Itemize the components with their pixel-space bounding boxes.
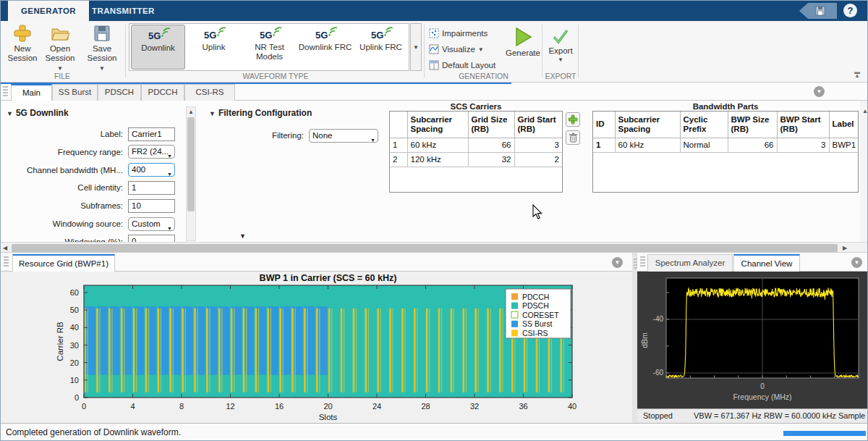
tab-resource-grid[interactable]: Resource Grid (BWP#1) (12, 254, 115, 272)
tab-channel-view[interactable]: Channel View (733, 254, 800, 272)
save-session-button[interactable]: SaveSession ▼ (83, 24, 121, 73)
table-cell[interactable]: 3 (514, 138, 562, 152)
field-dropdown[interactable]: Custom▼ (128, 217, 175, 231)
waveform-uplink-frc[interactable]: 5GUplink FRC (354, 25, 408, 70)
button-label: Session ▼ (41, 54, 79, 73)
visualize-icon (429, 44, 439, 54)
fiveg-icon: 5G (314, 27, 337, 41)
field-row-windowing-: Windowing (%):0 (7, 235, 175, 242)
ribbon-toolstrip: NewSessionOpenSession ▼SaveSession ▼ FIL… (1, 21, 867, 83)
svg-text:20: 20 (70, 358, 79, 367)
panel-divider[interactable] (632, 253, 637, 423)
svg-text:-60: -60 (653, 369, 664, 377)
tab-overflow-icon[interactable]: ▼ (612, 257, 623, 268)
panel-grip[interactable] (3, 86, 8, 98)
panel-grip[interactable] (4, 256, 9, 268)
filtering-label: Filtering: (187, 131, 309, 140)
field-row-windowing-source-: Windowing source:Custom▼ (7, 217, 175, 231)
field-value: Carrier1 (132, 130, 162, 138)
field-value: 1 (132, 183, 136, 192)
field-input[interactable]: 10 (128, 199, 175, 213)
toolstrip-tab-generator[interactable]: GENERATOR (8, 1, 89, 21)
waveform-downlink[interactable]: 5GDownlink (131, 25, 185, 70)
waveform-nr-test-models[interactable]: 5GNR Test Models (242, 25, 297, 70)
downlink-section-header[interactable]: ▼5G Downlink (7, 108, 69, 118)
button-label: Open (41, 44, 79, 54)
table-cell[interactable]: 1 (593, 138, 615, 152)
default-layout-button[interactable]: Default Layout (429, 59, 495, 72)
table-cell[interactable]: 60 kHz (615, 138, 680, 152)
chevron-down-icon: ▼ (167, 222, 172, 231)
open-session-button[interactable]: OpenSession ▼ (41, 24, 79, 73)
table-cell[interactable]: Normal (680, 138, 728, 152)
filtering-dropdown[interactable]: None▼ (309, 129, 378, 143)
scroll-up-icon[interactable]: ▲ (187, 109, 195, 115)
field-row-subframes-: Subframes:10 (7, 198, 175, 213)
spectrum-chart: -40-600Frequency (MHz)dBm (637, 272, 868, 408)
column-header: Grid Start (RB) (514, 112, 562, 138)
add-carrier-button[interactable] (566, 112, 580, 127)
gallery-item-label: Downlink FRC (298, 43, 352, 52)
scroll-down-icon[interactable]: ▼ (239, 232, 246, 240)
field-input[interactable]: 1 (128, 181, 175, 195)
help-icon[interactable]: ? (843, 4, 857, 17)
gallery-dropdown-button[interactable]: ▼ (410, 23, 422, 71)
table-cell[interactable]: 120 kHz (407, 152, 468, 167)
doc-tab-pdcch[interactable]: PDCCH (141, 84, 184, 101)
button-label: Default Layout (442, 61, 495, 70)
form-scrollbar[interactable]: ▲ (186, 106, 196, 241)
doc-tab-csi-rs[interactable]: CSI-RS (184, 84, 235, 101)
svg-text:40: 40 (568, 402, 576, 411)
chevron-down-icon: ▼ (370, 134, 375, 143)
field-dropdown[interactable]: FR2 (24...▼ (128, 145, 175, 159)
export-button[interactable]: Export ▼ (545, 24, 576, 63)
new-session-icon (13, 24, 32, 43)
scroll-right-icon[interactable]: ▶ (843, 245, 847, 251)
table-cell[interactable]: 2 (514, 152, 562, 167)
panel-grip[interactable] (640, 256, 645, 268)
generate-button[interactable]: Generate (504, 24, 542, 58)
content-scrollbar[interactable]: ▲ (860, 101, 867, 242)
tab-overflow-icon[interactable]: ▼ (814, 86, 825, 97)
impairments-button[interactable]: Impairments (429, 27, 488, 40)
column-header: Grid Size (RB) (468, 112, 514, 138)
horizontal-scrollbar[interactable]: ◀ ▶ (1, 242, 867, 253)
tab-overflow-icon[interactable]: ▼ (851, 257, 862, 268)
toolstrip-tab-transmitter[interactable]: TRANSMITTER (79, 1, 168, 21)
waveform-downlink-frc[interactable]: 5GDownlink FRC (298, 25, 352, 70)
doc-tab-ss-burst[interactable]: SS Burst (52, 84, 98, 101)
table-cell[interactable]: 32 (468, 152, 514, 167)
table-cell[interactable]: BWP1 (829, 138, 858, 152)
field-input[interactable]: Carrier1 (128, 127, 175, 141)
quick-save-icon[interactable] (815, 6, 825, 16)
visualize-button[interactable]: Visualize▼ (429, 43, 484, 56)
tab-spectrum-analyzer[interactable]: Spectrum Analyzer (647, 254, 733, 272)
table-cell[interactable]: 3 (777, 138, 829, 152)
svg-text:8: 8 (179, 402, 184, 411)
doc-tab-pdsch[interactable]: PDSCH (98, 84, 141, 101)
resource-grid-panel: Resource Grid (BWP#1) ▼ BWP 1 in Carrier… (1, 253, 632, 423)
scrollbar-thumb[interactable] (12, 244, 838, 252)
scroll-left-icon[interactable]: ◀ (3, 245, 7, 251)
svg-text:0: 0 (82, 402, 86, 411)
new-session-button[interactable]: NewSession (7, 24, 38, 63)
collapse-ribbon-icon[interactable]: ▬▲ (853, 70, 861, 77)
delete-carrier-button[interactable] (566, 130, 580, 145)
filtering-section-header[interactable]: ▼Filtering Configuration (209, 108, 312, 118)
button-label: Visualize (442, 45, 475, 54)
doc-tab-main[interactable]: Main (11, 84, 52, 101)
field-dropdown[interactable]: 400▼ (128, 163, 175, 177)
field-value: 0 (132, 237, 136, 242)
fiveg-icon-holder: 5G (242, 27, 297, 43)
table-cell[interactable]: 66 (728, 138, 777, 152)
field-label: Windowing source: (7, 219, 128, 228)
field-input[interactable]: 0 (128, 235, 175, 242)
waveform-type-gallery: 5GDownlink5GUplink5GNR Test Models5GDown… (129, 23, 409, 71)
fiveg-icon: 5G (203, 27, 226, 41)
table-cell[interactable]: 2 (390, 152, 407, 167)
table-cell[interactable]: 1 (390, 138, 407, 152)
table-cell[interactable]: 66 (468, 138, 514, 152)
scroll-up-icon[interactable]: ▲ (860, 108, 867, 114)
waveform-uplink[interactable]: 5GUplink (187, 25, 241, 70)
table-cell[interactable]: 60 kHz (407, 138, 468, 152)
